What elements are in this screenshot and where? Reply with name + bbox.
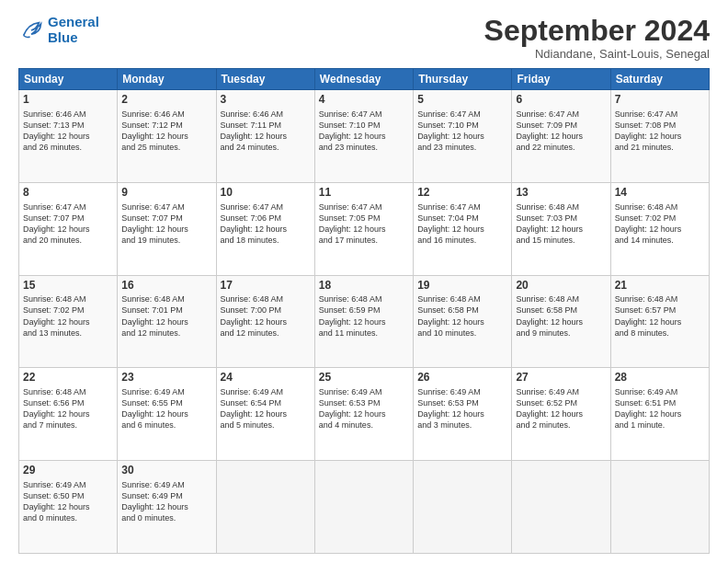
week-row-2: 8Sunrise: 6:47 AM Sunset: 7:07 PM Daylig… [19,182,710,275]
day-cell: 29Sunrise: 6:49 AM Sunset: 6:50 PM Dayli… [19,461,118,554]
day-cell: 23Sunrise: 6:49 AM Sunset: 6:55 PM Dayli… [118,368,216,461]
day-cell: 18Sunrise: 6:48 AM Sunset: 6:59 PM Dayli… [314,275,413,368]
day-cell: 27Sunrise: 6:49 AM Sunset: 6:52 PM Dayli… [512,368,610,461]
month-title: September 2024 [484,15,710,47]
week-row-3: 15Sunrise: 6:48 AM Sunset: 7:02 PM Dayli… [19,275,710,368]
day-detail: Sunrise: 6:47 AM Sunset: 7:08 PM Dayligh… [615,109,705,154]
day-cell: 20Sunrise: 6:48 AM Sunset: 6:58 PM Dayli… [512,275,610,368]
day-cell: 14Sunrise: 6:48 AM Sunset: 7:02 PM Dayli… [610,182,709,275]
header: General Blue September 2024 Ndiandane, S… [18,15,710,61]
day-number: 4 [319,93,409,108]
day-number: 8 [23,186,113,201]
day-detail: Sunrise: 6:47 AM Sunset: 7:04 PM Dayligh… [417,201,507,247]
day-detail: Sunrise: 6:49 AM Sunset: 6:49 PM Dayligh… [121,479,211,524]
day-detail: Sunrise: 6:48 AM Sunset: 6:56 PM Dayligh… [23,386,113,431]
day-number: 14 [615,186,705,201]
day-number: 27 [516,371,606,385]
day-detail: Sunrise: 6:47 AM Sunset: 7:10 PM Dayligh… [319,109,409,154]
weekday-header-tuesday: Tuesday [216,69,314,90]
weekday-header-monday: Monday [118,69,216,90]
day-detail: Sunrise: 6:48 AM Sunset: 6:58 PM Dayligh… [417,293,507,339]
weekday-header-wednesday: Wednesday [314,69,413,90]
day-cell: 5Sunrise: 6:47 AM Sunset: 7:10 PM Daylig… [414,90,512,183]
day-number: 3 [221,93,311,108]
day-cell [414,461,512,554]
day-number: 10 [221,186,311,201]
week-row-4: 22Sunrise: 6:48 AM Sunset: 6:56 PM Dayli… [19,368,710,461]
day-detail: Sunrise: 6:49 AM Sunset: 6:52 PM Dayligh… [516,386,606,431]
day-detail: Sunrise: 6:48 AM Sunset: 6:58 PM Dayligh… [516,293,606,339]
day-detail: Sunrise: 6:48 AM Sunset: 6:57 PM Dayligh… [615,293,705,339]
day-cell: 3Sunrise: 6:46 AM Sunset: 7:11 PM Daylig… [216,90,314,183]
day-cell: 19Sunrise: 6:48 AM Sunset: 6:58 PM Dayli… [414,275,512,368]
day-cell: 6Sunrise: 6:47 AM Sunset: 7:09 PM Daylig… [512,90,610,183]
week-row-1: 1Sunrise: 6:46 AM Sunset: 7:13 PM Daylig… [19,90,710,183]
day-number: 17 [221,279,311,293]
day-detail: Sunrise: 6:47 AM Sunset: 7:09 PM Dayligh… [516,109,606,154]
day-cell: 2Sunrise: 6:46 AM Sunset: 7:12 PM Daylig… [118,90,216,183]
day-number: 25 [319,371,409,385]
title-block: September 2024 Ndiandane, Saint-Louis, S… [484,15,710,61]
day-detail: Sunrise: 6:48 AM Sunset: 7:00 PM Dayligh… [221,293,311,339]
day-number: 16 [121,279,211,293]
day-cell: 13Sunrise: 6:48 AM Sunset: 7:03 PM Dayli… [512,182,610,275]
day-cell: 15Sunrise: 6:48 AM Sunset: 7:02 PM Dayli… [19,275,118,368]
day-cell: 16Sunrise: 6:48 AM Sunset: 7:01 PM Dayli… [118,275,216,368]
day-cell: 12Sunrise: 6:47 AM Sunset: 7:04 PM Dayli… [414,182,512,275]
weekday-header-thursday: Thursday [414,69,512,90]
day-cell: 28Sunrise: 6:49 AM Sunset: 6:51 PM Dayli… [610,368,709,461]
day-cell: 9Sunrise: 6:47 AM Sunset: 7:07 PM Daylig… [118,182,216,275]
day-cell: 24Sunrise: 6:49 AM Sunset: 6:54 PM Dayli… [216,368,314,461]
weekday-header-row: SundayMondayTuesdayWednesdayThursdayFrid… [19,69,710,90]
day-number: 23 [121,371,211,385]
day-number: 21 [615,279,705,293]
calendar-table: SundayMondayTuesdayWednesdayThursdayFrid… [18,68,710,554]
day-number: 28 [615,371,705,385]
day-detail: Sunrise: 6:49 AM Sunset: 6:51 PM Dayligh… [615,386,705,431]
day-number: 20 [516,279,606,293]
weekday-header-sunday: Sunday [19,69,118,90]
logo-text: General Blue [48,15,99,45]
day-number: 22 [23,371,113,385]
day-number: 19 [417,279,507,293]
day-detail: Sunrise: 6:48 AM Sunset: 7:02 PM Dayligh… [615,201,705,247]
day-number: 11 [319,186,409,201]
day-detail: Sunrise: 6:49 AM Sunset: 6:54 PM Dayligh… [221,386,311,431]
day-cell: 8Sunrise: 6:47 AM Sunset: 7:07 PM Daylig… [19,182,118,275]
day-number: 5 [417,93,507,108]
weekday-header-friday: Friday [512,69,610,90]
day-number: 1 [23,93,113,108]
day-number: 30 [121,464,211,478]
day-cell: 17Sunrise: 6:48 AM Sunset: 7:00 PM Dayli… [216,275,314,368]
day-detail: Sunrise: 6:47 AM Sunset: 7:07 PM Dayligh… [23,201,113,247]
location-subtitle: Ndiandane, Saint-Louis, Senegal [484,47,710,61]
day-number: 15 [23,279,113,293]
day-cell: 10Sunrise: 6:47 AM Sunset: 7:06 PM Dayli… [216,182,314,275]
day-cell: 22Sunrise: 6:48 AM Sunset: 6:56 PM Dayli… [19,368,118,461]
day-number: 12 [417,186,507,201]
day-cell [512,461,610,554]
day-cell [610,461,709,554]
day-detail: Sunrise: 6:46 AM Sunset: 7:13 PM Dayligh… [23,109,113,154]
day-detail: Sunrise: 6:46 AM Sunset: 7:12 PM Dayligh… [121,109,211,154]
day-cell: 11Sunrise: 6:47 AM Sunset: 7:05 PM Dayli… [314,182,413,275]
day-cell: 7Sunrise: 6:47 AM Sunset: 7:08 PM Daylig… [610,90,709,183]
day-number: 9 [121,186,211,201]
day-detail: Sunrise: 6:49 AM Sunset: 6:53 PM Dayligh… [417,386,507,431]
day-number: 7 [615,93,705,108]
weekday-header-saturday: Saturday [610,69,709,90]
day-cell [216,461,314,554]
day-cell: 25Sunrise: 6:49 AM Sunset: 6:53 PM Dayli… [314,368,413,461]
day-cell: 26Sunrise: 6:49 AM Sunset: 6:53 PM Dayli… [414,368,512,461]
day-cell: 21Sunrise: 6:48 AM Sunset: 6:57 PM Dayli… [610,275,709,368]
day-number: 26 [417,371,507,385]
day-number: 2 [121,93,211,108]
day-detail: Sunrise: 6:49 AM Sunset: 6:53 PM Dayligh… [319,386,409,431]
logo-icon [18,17,44,43]
day-number: 18 [319,279,409,293]
day-number: 13 [516,186,606,201]
day-detail: Sunrise: 6:47 AM Sunset: 7:10 PM Dayligh… [417,109,507,154]
day-cell: 1Sunrise: 6:46 AM Sunset: 7:13 PM Daylig… [19,90,118,183]
page: General Blue September 2024 Ndiandane, S… [0,0,728,563]
day-cell [314,461,413,554]
